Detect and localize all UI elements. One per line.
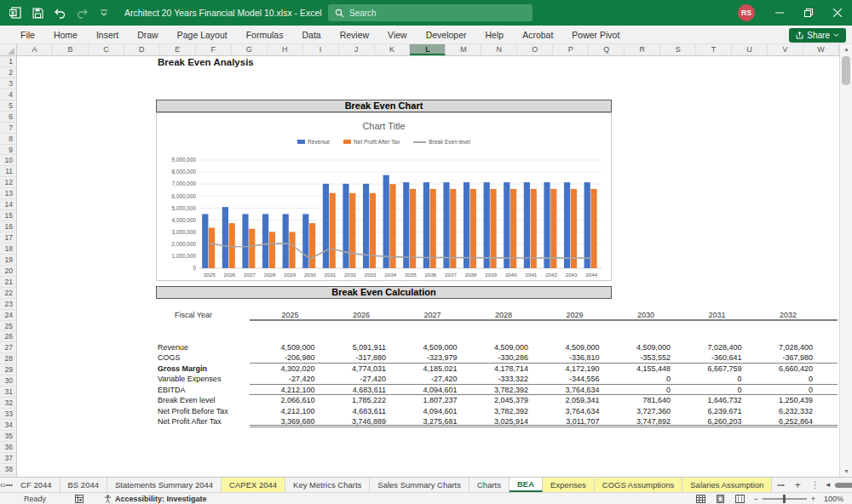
select-all-corner[interactable] [0, 44, 17, 56]
table-cell[interactable]: 3,369,680 [250, 416, 321, 424]
column-header-L[interactable]: L [410, 44, 446, 55]
table-cell[interactable]: 3,782,392 [463, 385, 535, 394]
table-cell[interactable]: 3,275,681 [392, 416, 463, 424]
horizontal-scrollbar[interactable]: ◄ ► [825, 478, 852, 492]
table-cell[interactable]: 3,782,392 [463, 406, 535, 416]
row-header-1[interactable]: 1 [0, 56, 16, 67]
row-label[interactable]: Revenue [156, 342, 250, 352]
customize-toolbar-icon[interactable] [97, 6, 111, 20]
table-cell[interactable]: 1,785,222 [321, 395, 393, 405]
fiscal-year-2028[interactable]: 2028 [463, 310, 535, 319]
row-header-31[interactable]: 31 [0, 387, 16, 398]
table-cell[interactable]: -353,552 [606, 352, 677, 362]
table-cell[interactable]: 2,045,379 [463, 395, 535, 405]
row-header-18[interactable]: 18 [0, 243, 16, 255]
column-header-O[interactable]: O [517, 44, 553, 55]
table-cell[interactable]: 0 [606, 374, 677, 383]
row-header-19[interactable]: 19 [0, 255, 16, 266]
column-header-N[interactable]: N [481, 44, 517, 55]
row-header-37[interactable]: 37 [0, 453, 16, 464]
sheet-canvas[interactable]: Break Even Analysis Break Even Chart Cha… [17, 56, 839, 477]
row-header-36[interactable]: 36 [0, 442, 16, 453]
row-header-21[interactable]: 21 [0, 277, 16, 288]
row-header-4[interactable]: 4 [0, 89, 16, 100]
table-cell[interactable]: 6,667,759 [676, 364, 748, 374]
scroll-down-icon[interactable]: ▼ [840, 467, 852, 477]
column-header-W[interactable]: W [803, 44, 839, 55]
accessibility-status[interactable]: Accessibility: Investigate [104, 495, 207, 503]
row-header-13[interactable]: 13 [0, 188, 16, 199]
table-cell[interactable]: 3,764,634 [534, 406, 606, 416]
table-cell[interactable]: 4,509,000 [463, 342, 535, 352]
table-cell[interactable]: 0 [676, 385, 748, 394]
page-layout-view-icon[interactable] [716, 495, 725, 503]
column-header-M[interactable]: M [446, 44, 481, 55]
row-header-7[interactable]: 7 [0, 123, 16, 134]
row-header-22[interactable]: 22 [0, 288, 16, 299]
vertical-scroll-thumb[interactable] [842, 56, 850, 85]
row-label[interactable]: COGS [156, 352, 250, 363]
table-cell[interactable]: 3,025,914 [463, 416, 535, 424]
row-label[interactable]: Net Profit Before Tax [156, 406, 250, 416]
row-header-5[interactable]: 5 [0, 100, 16, 112]
close-button[interactable] [823, 0, 852, 26]
sheet-tab-bs-2044[interactable]: BS 2044 [60, 478, 107, 492]
macro-record-icon[interactable] [75, 495, 83, 503]
minimize-button[interactable] [765, 0, 794, 26]
table-cell[interactable]: 7,028,400 [748, 342, 820, 352]
table-cell[interactable]: -336,810 [534, 352, 606, 362]
table-cell[interactable]: -330,286 [463, 352, 535, 362]
row-header-24[interactable]: 24 [0, 310, 16, 321]
sheet-tab-expenses[interactable]: Expenses [543, 478, 595, 492]
table-cell[interactable]: 4,094,601 [392, 385, 463, 394]
row-label[interactable]: Break Even level [156, 395, 250, 405]
table-cell[interactable]: 4,212,100 [250, 406, 321, 416]
fiscal-year-2026[interactable]: 2026 [321, 310, 393, 319]
table-cell[interactable]: 4,155,448 [606, 364, 677, 374]
account-avatar[interactable]: RS [738, 4, 755, 21]
column-header-A[interactable]: A [17, 44, 53, 55]
sheet-tab-sales-summary-charts[interactable]: Sales Summary Charts [370, 478, 469, 492]
menu-tab-draw[interactable]: Draw [128, 30, 168, 40]
table-cell[interactable]: 6,239,671 [676, 406, 748, 416]
fiscal-year-2025[interactable]: 2025 [250, 310, 321, 319]
table-cell[interactable]: 0 [748, 385, 820, 394]
zoom-slider[interactable] [763, 498, 807, 500]
table-cell[interactable]: 1,807,237 [392, 395, 463, 405]
scroll-left-icon[interactable]: ◄ [825, 481, 832, 489]
table-cell[interactable]: 5,091,911 [321, 342, 393, 352]
menu-tab-formulas[interactable]: Formulas [237, 30, 293, 40]
table-cell[interactable]: 6,660,420 [748, 364, 820, 374]
zoom-out-icon[interactable]: − [753, 495, 757, 503]
table-cell[interactable]: 3,727,360 [606, 406, 677, 416]
column-header-P[interactable]: P [553, 44, 589, 55]
table-cell[interactable]: 3,746,889 [321, 416, 393, 424]
sheet-tab-cogs-assumptions[interactable]: COGS Assumptions [595, 478, 682, 492]
row-header-34[interactable]: 34 [0, 420, 16, 431]
row-header-3[interactable]: 3 [0, 78, 16, 89]
zoom-slider-thumb[interactable] [783, 495, 786, 503]
table-cell[interactable]: -344,556 [534, 374, 606, 383]
row-header-29[interactable]: 29 [0, 364, 16, 375]
row-header-25[interactable]: 25 [0, 321, 16, 332]
table-cell[interactable]: 0 [676, 374, 748, 383]
row-header-23[interactable]: 23 [0, 299, 16, 310]
column-header-D[interactable]: D [124, 44, 160, 55]
table-cell[interactable]: 0 [606, 385, 677, 394]
row-label[interactable]: Gross Margin [156, 364, 250, 374]
break-even-chart[interactable]: Chart Title RevenueNet Profit After TaxB… [156, 112, 612, 281]
normal-view-icon[interactable] [696, 495, 705, 503]
row-header-28[interactable]: 28 [0, 353, 16, 364]
menu-tab-acrobat[interactable]: Acrobat [513, 30, 562, 40]
search-box[interactable] [328, 4, 532, 21]
table-cell[interactable]: 4,509,000 [392, 342, 463, 352]
sheet-tab-capex-2044[interactable]: CAPEX 2044 [222, 478, 285, 492]
fiscal-year-2032[interactable]: 2032 [748, 310, 820, 319]
table-cell[interactable]: 2,066,610 [250, 395, 321, 405]
horizontal-scroll-thumb[interactable] [835, 483, 852, 488]
new-sheet-button[interactable]: + [790, 479, 806, 491]
sheet-tab-statements-summary-2044[interactable]: Statements Summary 2044 [107, 478, 222, 492]
table-cell[interactable]: 4,172,190 [534, 364, 606, 374]
zoom-percent[interactable]: 100% [820, 495, 843, 503]
row-header-20[interactable]: 20 [0, 266, 16, 277]
